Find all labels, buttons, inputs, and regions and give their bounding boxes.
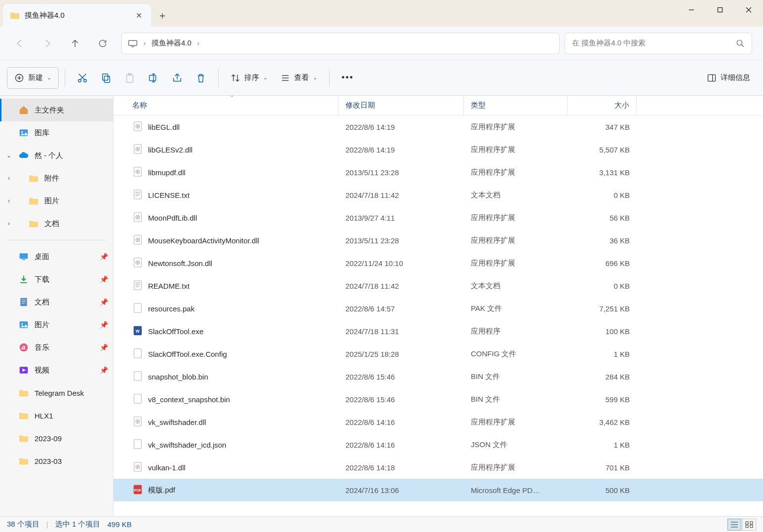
file-date: 2013/5/11 23:28 — [339, 236, 464, 245]
sidebar-onedrive-child[interactable]: ›附件 — [0, 167, 113, 190]
column-size[interactable]: 大小 — [568, 96, 637, 115]
sidebar-onedrive[interactable]: ⌄ 然 - 个人 — [0, 144, 113, 167]
file-name: MouseKeyboardActivityMonitor.dll — [148, 236, 259, 245]
sidebar-onedrive-child[interactable]: ›图片 — [0, 190, 113, 212]
sidebar-gallery[interactable]: 图库 — [0, 121, 113, 144]
file-date: 2022/8/6 15:46 — [339, 395, 464, 404]
sidebar-quick-item[interactable]: 桌面📌 — [0, 245, 113, 268]
sidebar-home[interactable]: 主文件夹 — [0, 99, 113, 121]
file-row[interactable]: MoonPdfLib.dll2013/9/27 4:11应用程序扩展56 KB — [114, 206, 763, 229]
file-row[interactable]: snapshot_blob.bin2022/8/6 15:46BIN 文件284… — [114, 365, 763, 388]
refresh-button[interactable] — [90, 33, 115, 54]
back-button[interactable] — [7, 33, 33, 54]
expand-icon[interactable]: › — [5, 220, 13, 227]
file-type: 应用程序扩展 — [464, 145, 568, 154]
icons-view-button[interactable] — [742, 519, 756, 531]
gallery-icon — [19, 128, 29, 138]
file-row[interactable]: resources.pak2022/8/6 14:57PAK 文件7,251 K… — [114, 297, 763, 320]
new-tab-button[interactable]: ＋ — [151, 4, 174, 27]
sort-button[interactable]: 排序 ⌄ — [225, 67, 273, 89]
svg-point-38 — [20, 343, 28, 352]
expand-icon[interactable]: ⌄ — [5, 152, 13, 159]
file-row[interactable]: PDF模版.pdf2024/7/16 13:06Microsoft Edge P… — [114, 479, 763, 501]
file-row[interactable]: vk_swiftshader_icd.json2022/8/6 14:16JSO… — [114, 433, 763, 456]
rename-icon — [148, 73, 159, 83]
more-button[interactable]: ••• — [336, 67, 360, 89]
active-tab[interactable]: 摸鱼神器4.0 ✕ — [3, 4, 151, 27]
copy-button[interactable] — [95, 67, 117, 89]
new-button[interactable]: 新建 ⌄ — [7, 67, 59, 89]
column-type[interactable]: 类型 — [464, 96, 568, 115]
file-row[interactable]: WSlackOffTool.exe2024/7/18 11:31应用程序100 … — [114, 320, 763, 342]
up-button[interactable] — [62, 33, 88, 54]
file-row[interactable]: vk_swiftshader.dll2022/8/6 14:16应用程序扩展3,… — [114, 411, 763, 433]
file-row[interactable]: Newtonsoft.Json.dll2022/11/24 10:10应用程序扩… — [114, 252, 763, 274]
minimize-button[interactable] — [677, 0, 706, 20]
expand-icon[interactable]: › — [5, 175, 13, 182]
svg-rect-87 — [750, 525, 753, 528]
file-name: README.txt — [148, 282, 190, 290]
file-name: SlackOffTool.exe — [148, 327, 203, 336]
sidebar-onedrive-child[interactable]: ›文档 — [0, 212, 113, 235]
share-icon — [172, 73, 183, 83]
file-size: 284 KB — [568, 373, 637, 381]
file-row[interactable]: libmupdf.dll2013/5/11 23:28应用程序扩展3,131 K… — [114, 161, 763, 184]
svg-rect-49 — [134, 190, 142, 198]
file-name: libmupdf.dll — [148, 168, 186, 177]
delete-button[interactable] — [190, 67, 212, 89]
navigation-pane[interactable]: 主文件夹 图库 ⌄ 然 - 个人 ›附件›图片›文档 桌面📌下载📌文档📌图片📌音… — [0, 96, 114, 516]
file-row[interactable]: LICENSE.txt2024/7/18 11:42文本文档0 KB — [114, 184, 763, 206]
column-name[interactable]: ⌃ 名称 — [125, 96, 339, 115]
folder-icon — [29, 219, 38, 228]
file-type: 应用程序扩展 — [464, 418, 568, 427]
view-button[interactable]: 查看 ⌄ — [274, 67, 323, 89]
breadcrumb-current[interactable]: 摸鱼神器4.0 — [152, 38, 191, 48]
pin-icon: 📌 — [100, 366, 108, 374]
details-pane-button[interactable]: 详细信息 — [701, 67, 756, 89]
file-row[interactable]: README.txt2024/7/18 11:42文本文档0 KB — [114, 274, 763, 297]
status-item-count: 38 个项目 — [7, 520, 39, 529]
sidebar-quick-item[interactable]: 视频📌 — [0, 359, 113, 381]
forward-button[interactable] — [35, 33, 60, 54]
rename-button[interactable] — [142, 67, 165, 89]
share-button[interactable] — [166, 67, 189, 89]
sidebar-quick-item[interactable]: 2023-03 — [0, 450, 113, 472]
file-type: 文本文档 — [464, 281, 568, 291]
details-view-button[interactable] — [727, 519, 741, 531]
chevron-right-icon[interactable]: › — [197, 40, 199, 47]
chevron-down-icon: ⌄ — [47, 75, 51, 81]
svg-rect-71 — [134, 394, 142, 403]
sidebar-quick-item[interactable]: 2023-09 — [0, 427, 113, 450]
maximize-button[interactable] — [706, 0, 734, 20]
close-window-button[interactable] — [734, 0, 763, 20]
column-date[interactable]: 修改日期 — [339, 96, 464, 115]
file-row[interactable]: SlackOffTool.exe.Config2025/1/25 18:28CO… — [114, 342, 763, 365]
window-controls — [677, 0, 763, 20]
sidebar-quick-item[interactable]: 下载📌 — [0, 268, 113, 291]
file-name: LICENSE.txt — [148, 191, 190, 199]
toolbar: 新建 ⌄ 排序 ⌄ 查看 ⌄ ••• 详细信息 — [0, 60, 763, 96]
file-type: 应用程序扩展 — [464, 213, 568, 223]
file-size: 1 KB — [568, 350, 637, 358]
search-input[interactable]: 在 摸鱼神器4.0 中搜索 — [565, 33, 752, 54]
close-tab-button[interactable]: ✕ — [134, 9, 144, 22]
file-row[interactable]: v8_context_snapshot.bin2022/8/6 15:46BIN… — [114, 388, 763, 411]
file-row[interactable]: libGLESv2.dll2022/8/6 14:19应用程序扩展5,507 K… — [114, 138, 763, 161]
cut-icon — [77, 73, 88, 83]
folder-icon — [29, 196, 38, 206]
address-bar[interactable]: › 摸鱼神器4.0 › — [121, 33, 560, 54]
file-row[interactable]: MouseKeyboardActivityMonitor.dll2013/5/1… — [114, 229, 763, 252]
file-row[interactable]: vulkan-1.dll2022/8/6 14:18应用程序扩展701 KB — [114, 456, 763, 479]
sidebar-quick-item[interactable]: 文档📌 — [0, 291, 113, 313]
paste-button[interactable] — [118, 67, 141, 89]
sidebar-quick-item[interactable]: Telegram Desk — [0, 381, 113, 404]
separator — [218, 69, 219, 87]
sidebar-quick-item[interactable]: 音乐📌 — [0, 336, 113, 359]
expand-icon[interactable]: › — [5, 197, 13, 204]
file-size: 0 KB — [568, 191, 637, 199]
file-list[interactable]: libEGL.dll2022/8/6 14:19应用程序扩展347 KBlibG… — [114, 115, 763, 516]
file-row[interactable]: libEGL.dll2022/8/6 14:19应用程序扩展347 KB — [114, 115, 763, 138]
sidebar-quick-item[interactable]: 图片📌 — [0, 313, 113, 336]
cut-button[interactable] — [71, 67, 94, 89]
sidebar-quick-item[interactable]: HLX1 — [0, 404, 113, 427]
